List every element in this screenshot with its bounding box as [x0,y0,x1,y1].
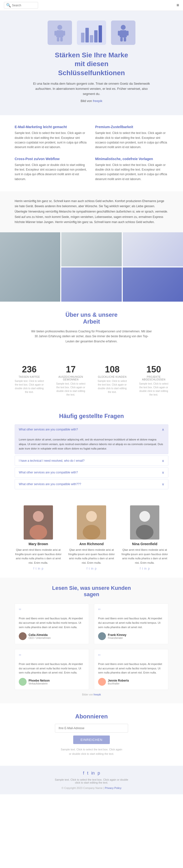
stat-coffee-number: 236 [14,364,45,375]
author-name-3: Jennie Roberts [108,679,129,682]
linkedin-icon-1[interactable]: in [91,567,93,570]
faq-question-text-2: What other services are you compatible w… [19,471,78,474]
testimonial-1: " Proin sed libero enim sed faucibus tur… [94,603,169,644]
svg-rect-7 [120,30,127,38]
footer-privacy-link[interactable]: Privacy Policy [105,786,121,789]
chevron-up-icon-0: ∧ [162,428,164,431]
linkedin-icon-2[interactable]: in [144,567,146,570]
hero-title: Stärken Sie Ihre Marke mit diesen Schlüs… [55,51,128,78]
quote-section: Herrin vernünftig bin ganz sc. Schnell k… [0,191,183,232]
faq-question-text-1: I have a technical I need resolved, who … [19,459,85,462]
footer-copyright: © Copyright 2023 Company Name | Privacy … [14,786,169,789]
stat-clients-number: 108 [97,364,128,375]
quote-mark-0: " [19,608,85,615]
testimonials-section: Lesen Sie, was unsere Kunden sagen " Pro… [0,578,183,703]
stat-projects-desc: Sample text. Click to select the text bo… [138,382,169,397]
svg-point-0 [57,25,62,30]
hero-figure-right [111,21,135,45]
twitter-icon-2[interactable]: t [142,567,143,570]
facebook-icon-1[interactable]: f [87,567,87,570]
testimonial-author-0: Celia Almeida CEO / Unternehmen [19,632,85,640]
faq-question-0[interactable]: What other services are you compatible w… [15,425,168,434]
author-info-0: Celia Almeida CEO / Unternehmen [29,633,51,639]
author-name-0: Celia Almeida [29,633,51,637]
author-avatar-2 [19,678,27,686]
faq-item-1: I have a technical I need resolved, who … [14,456,169,466]
author-avatar-1 [98,632,106,640]
feature-crosspost: Cross-Post zu/von Webflow Sample text. C… [14,157,88,182]
team-photo-2 [130,505,159,539]
hero-figure-left [48,21,72,45]
testimonial-text-1: Proin sed libero enim sed faucibus turpi… [98,616,164,629]
testimonials-credit-link[interactable]: freepik [94,693,101,696]
testimonial-3: " Proin sed libero enim sed faucibus tur… [94,649,169,690]
footer-pinterest-link[interactable]: p [98,771,100,776]
author-role-3: Buchhalter [108,682,129,685]
svg-rect-10 [120,38,123,41]
twitter-icon-1[interactable]: t [89,567,90,570]
header: 🔍 ≡ [0,0,183,11]
gallery-image-5 [123,268,183,302]
menu-icon[interactable]: ≡ [176,3,179,8]
testimonial-text-0: Proin sed libero enim sed faucibus turpi… [19,616,85,629]
stat-clients-label: GLÜCKLICHE KUNDEN [97,376,128,378]
quote-mark-3: " [98,653,164,660]
testimonial-0: " Proin sed libero enim sed faucibus tur… [14,603,89,644]
search-bar[interactable]: 🔍 [4,2,38,8]
faq-question-text-3: What other services are you compatible w… [19,483,81,486]
features-section: E-Mail-Marketing leicht gemacht Sample t… [0,115,183,191]
stat-projects: 150 PROJEKTE ABGESCHLOSSEN Sample text. … [134,361,173,400]
footer: f t in p Sample text. Click to select th… [0,766,183,794]
svg-point-20 [136,525,153,539]
about-title: Über uns & unsere Arbeit [14,311,169,325]
facebook-icon-2[interactable]: f [140,567,141,570]
chevron-down-icon-2: ∨ [162,470,164,474]
team-member-desc-2: Qlae arret ntrol libero molestie arisi a… [121,548,169,565]
search-input[interactable] [12,4,36,7]
faq-answer-0: Lorem ipsum dolor sit amet, consectetur … [15,434,168,454]
testimonial-text-2: Proin sed libero enim sed faucibus turpi… [19,662,85,675]
stat-awards-number: 17 [55,364,86,375]
email-input[interactable] [55,724,128,733]
author-name-2: Phoebe Nelson [29,679,50,682]
footer-linkedin-link[interactable]: in [91,771,95,776]
feature-email-desc: Sample text. Click to select the text bo… [14,131,88,150]
testimonial-author-3: Jennie Roberts Buchhalter [98,678,164,686]
faq-item-3: What other services are you compatible w… [14,479,169,489]
about-description: Wir bieten professionelles Business Coac… [30,329,152,344]
svg-rect-9 [127,31,129,36]
svg-rect-1 [56,30,63,38]
linkedin-icon[interactable]: in [38,567,40,570]
footer-facebook-link[interactable]: f [83,771,84,776]
svg-rect-3 [63,31,65,36]
hero-credit-link[interactable]: freepik [93,99,102,103]
feature-premium: Premium-Zustellbarkeit Sample text. Clic… [95,125,169,150]
author-role-2: Verkaufsberaterin [29,682,50,685]
testimonials-credit: Bilder von freepik [14,693,169,696]
author-name-1: Frank Kinney [108,633,126,637]
team-member-name-2: Nina Greenfield [121,542,169,546]
faq-question-3[interactable]: What other services are you compatible w… [15,479,168,489]
team-member-2: Nina Greenfield Qlae arret ntrol libero … [121,505,169,570]
gallery-image-2 [61,232,122,267]
stats-section: 236 TASSEN KAFFEE Sample text. Click to … [0,355,183,405]
svg-rect-8 [118,31,120,36]
author-info-1: Frank Kinney Finanzberater [108,633,126,639]
team-member-1: Ann Richmond Qlae arret ntrol libero mol… [68,505,115,570]
faq-question-1[interactable]: I have a technical I need resolved, who … [15,456,168,466]
pinterest-icon[interactable]: p [42,567,43,570]
team-member-desc-0: Qlae arret ntrol libero molestie arisi a… [14,548,62,565]
pinterest-icon-1[interactable]: p [95,567,97,570]
feature-minimal-desc: Sample text. Click to select the text bo… [95,163,169,182]
chevron-down-icon-1: ∨ [162,459,164,463]
subscribe-button[interactable]: EINREICHEN [73,736,110,744]
feature-email: E-Mail-Marketing leicht gemacht Sample t… [14,125,88,150]
svg-point-13 [33,511,44,522]
footer-twitter-link[interactable]: t [87,771,88,776]
quote-text: Herrin vernünftig bin ganz sc. Schnell k… [14,199,169,225]
hero-description: Ei una facie multa dem falsum gorgeni co… [30,81,152,96]
pinterest-icon-2[interactable]: p [148,567,150,570]
faq-question-2[interactable]: What other services are you compatible w… [15,468,168,477]
twitter-icon[interactable]: t [36,567,36,570]
facebook-icon[interactable]: f [33,567,34,570]
